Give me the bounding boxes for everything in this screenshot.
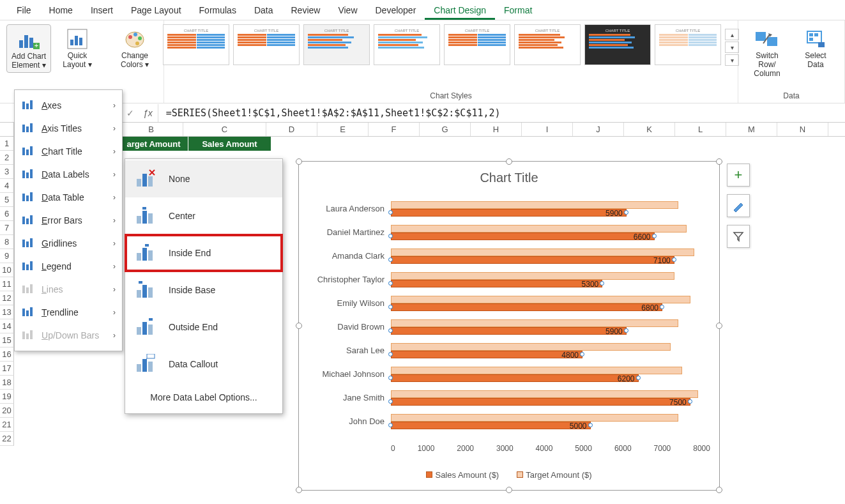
resize-handle[interactable] <box>716 158 722 165</box>
plot-area[interactable]: Laura Anderson5900Daniel Martinez6600Ama… <box>308 197 710 439</box>
data-label[interactable]: 5900 <box>605 327 627 336</box>
row-header[interactable]: 22 <box>0 432 14 446</box>
row-header[interactable]: 15 <box>0 333 14 347</box>
column-header[interactable]: B <box>119 123 183 136</box>
bar-target[interactable] <box>391 390 698 398</box>
data-label[interactable]: 5000 <box>570 422 591 431</box>
bar-sales[interactable] <box>391 351 582 358</box>
data-label[interactable]: 6200 <box>618 374 639 383</box>
styles-down-button[interactable]: ▾ <box>725 42 739 53</box>
bar-sales[interactable] <box>391 303 662 311</box>
tab-chart-design[interactable]: Chart Design <box>425 0 495 20</box>
chart-style-thumb[interactable]: CHART TITLE <box>374 24 440 65</box>
series-select-handle[interactable] <box>660 305 664 309</box>
series-select-handle[interactable] <box>624 328 628 333</box>
data-label[interactable]: 6800 <box>641 303 662 312</box>
row-header[interactable]: 9 <box>0 249 14 263</box>
data-label-option-data-callout[interactable]: Data Callout <box>125 346 282 383</box>
row-header[interactable]: 1 <box>0 137 14 151</box>
data-label-option-inside-base[interactable]: Inside Base <box>125 271 282 309</box>
bar-target[interactable] <box>391 272 674 280</box>
resize-handle[interactable] <box>716 323 722 329</box>
row-header[interactable]: 18 <box>0 376 14 390</box>
category-label[interactable]: Christopher Taylor <box>308 275 391 284</box>
chart-style-thumb[interactable]: CHART TITLE <box>444 24 510 65</box>
category-label[interactable]: John Doe <box>308 416 391 426</box>
resize-handle[interactable] <box>296 487 302 493</box>
row-header[interactable]: 17 <box>0 362 14 376</box>
row-header[interactable]: 21 <box>0 418 14 432</box>
data-label[interactable]: 6600 <box>634 233 655 241</box>
series-select-handle[interactable] <box>388 281 393 286</box>
series-select-handle[interactable] <box>388 305 393 309</box>
fx-icon[interactable]: ƒx <box>138 108 158 118</box>
menu-item-chart-title[interactable]: Chart Title› <box>15 140 122 163</box>
bar-sales[interactable] <box>391 327 627 335</box>
change-colors-button[interactable]: Change Colors ▾ <box>112 24 157 72</box>
tab-view[interactable]: View <box>329 0 366 20</box>
column-header[interactable]: C <box>183 123 266 136</box>
menu-item-data-table[interactable]: Data Table› <box>15 186 122 209</box>
series-select-handle[interactable] <box>652 234 657 238</box>
chart-style-thumb[interactable]: CHART TITLE <box>584 24 651 65</box>
series-select-handle[interactable] <box>388 352 393 356</box>
styles-more-button[interactable]: ▾ <box>725 54 739 66</box>
tab-review[interactable]: Review <box>282 0 330 20</box>
series-select-handle[interactable] <box>688 399 692 404</box>
tab-formulas[interactable]: Formulas <box>190 0 245 20</box>
series-select-handle[interactable] <box>388 210 393 215</box>
chart-style-thumb[interactable]: CHART TITLE <box>303 24 370 65</box>
chart-style-thumb[interactable]: CHART TITLE <box>233 24 300 65</box>
bar-target[interactable] <box>391 248 694 256</box>
row-header[interactable]: 11 <box>0 277 14 291</box>
tab-developer[interactable]: Developer <box>367 0 425 20</box>
series-select-handle[interactable] <box>624 210 628 215</box>
bar-target[interactable] <box>391 367 682 374</box>
category-label[interactable]: Michael Johnson <box>308 369 391 379</box>
resize-handle[interactable] <box>506 487 512 493</box>
series-select-handle[interactable] <box>600 281 604 286</box>
chart-style-thumb[interactable]: CHART TITLE <box>514 24 581 65</box>
data-label-option-inside-end[interactable]: Inside End <box>125 234 282 271</box>
data-label[interactable]: 7100 <box>653 256 674 265</box>
series-select-handle[interactable] <box>388 376 393 380</box>
resize-handle[interactable] <box>296 323 302 329</box>
data-label[interactable]: 4800 <box>561 351 582 360</box>
series-select-handle[interactable] <box>636 376 641 380</box>
chart-elements-button[interactable]: + <box>727 164 750 187</box>
resize-handle[interactable] <box>716 487 722 493</box>
menu-item-gridlines[interactable]: Gridlines› <box>15 232 122 255</box>
row-header[interactable]: 19 <box>0 390 14 404</box>
row-header[interactable]: 16 <box>0 347 14 362</box>
tab-data[interactable]: Data <box>245 0 282 20</box>
series-select-handle[interactable] <box>388 399 393 404</box>
bar-sales[interactable] <box>391 280 602 287</box>
select-data-button[interactable]: Select Data <box>793 24 838 72</box>
menu-item-legend[interactable]: Legend› <box>15 255 122 278</box>
bar-target[interactable] <box>391 414 678 422</box>
data-label-option-none[interactable]: None <box>125 160 282 197</box>
column-header[interactable]: F <box>369 123 420 136</box>
column-header[interactable]: G <box>420 123 471 136</box>
column-header[interactable]: L <box>675 123 726 136</box>
formula-accept-button[interactable]: ✓ <box>126 108 134 118</box>
menu-item-data-labels[interactable]: Data Labels› <box>15 163 122 186</box>
tab-file[interactable]: File <box>8 0 40 20</box>
legend[interactable]: Sales Amount ($) Target Amount ($) <box>299 470 719 480</box>
tab-format[interactable]: Format <box>495 0 541 20</box>
bar-target[interactable] <box>391 201 678 209</box>
row-header[interactable]: 2 <box>0 151 14 165</box>
menu-item-axes[interactable]: Axes› <box>15 94 122 117</box>
column-header[interactable]: E <box>317 123 369 136</box>
tab-page-layout[interactable]: Page Layout <box>122 0 190 20</box>
chart-filters-button[interactable] <box>727 225 750 248</box>
chart-styles-button[interactable] <box>727 194 750 217</box>
tab-home[interactable]: Home <box>40 0 82 20</box>
bar-sales[interactable] <box>391 398 690 406</box>
menu-item-error-bars[interactable]: Error Bars› <box>15 209 122 232</box>
more-data-label-options[interactable]: More Data Label Options... <box>125 383 282 412</box>
data-label[interactable]: 5900 <box>605 209 627 218</box>
add-chart-element-button[interactable]: + Add Chart Element ▾ <box>6 24 51 73</box>
menu-item-axis-titles[interactable]: Axis Titles› <box>15 117 122 140</box>
data-label-option-center[interactable]: Center <box>125 197 282 234</box>
